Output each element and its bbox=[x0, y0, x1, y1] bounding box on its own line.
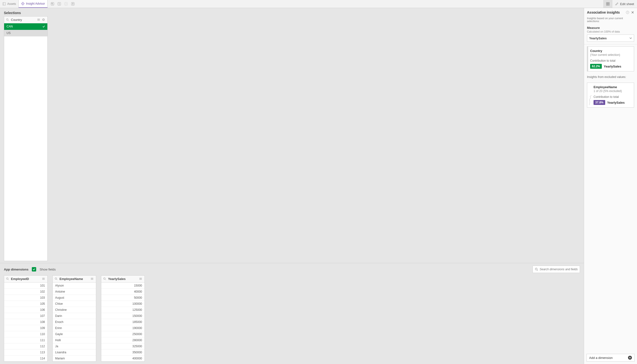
field-value[interactable]: 150000 bbox=[101, 313, 144, 319]
dimension-search-input[interactable] bbox=[540, 268, 578, 271]
svg-line-34 bbox=[105, 279, 106, 280]
field-value[interactable]: 108 bbox=[4, 319, 47, 325]
field-value[interactable]: 102 bbox=[4, 288, 47, 294]
field-value[interactable]: Darin bbox=[53, 313, 96, 319]
clear-selections-icon[interactable] bbox=[70, 2, 75, 6]
field-value[interactable]: 111 bbox=[4, 337, 47, 343]
list-icon[interactable] bbox=[90, 277, 94, 281]
field-value-list: 101102103105106107108109110111112113114 bbox=[4, 282, 47, 361]
field-value[interactable]: 100000 bbox=[101, 300, 144, 307]
toolbar: Assets Insight Advisor bbox=[0, 0, 637, 8]
field-value[interactable]: Lisandra bbox=[53, 349, 96, 355]
field-value[interactable]: 107 bbox=[4, 313, 47, 319]
field-value[interactable]: 114 bbox=[4, 355, 47, 361]
filter-value[interactable]: US bbox=[4, 30, 47, 36]
step-forward-icon[interactable] bbox=[64, 2, 68, 6]
field-value[interactable]: 350000 bbox=[101, 349, 144, 355]
pencil-icon bbox=[615, 2, 618, 6]
svg-rect-3 bbox=[51, 2, 54, 5]
show-fields-checkbox[interactable] bbox=[32, 267, 36, 272]
associative-insights-panel: Associative insights ? Insights based on… bbox=[584, 8, 637, 364]
close-icon[interactable] bbox=[631, 11, 634, 14]
show-fields-label: Show fields bbox=[40, 268, 56, 271]
svg-point-33 bbox=[104, 278, 106, 279]
field-value[interactable]: 105 bbox=[4, 300, 47, 307]
svg-rect-0 bbox=[3, 3, 6, 5]
insights-subtitle: Insights based on your current selection… bbox=[584, 17, 637, 25]
field-value[interactable]: 15000 bbox=[101, 282, 144, 288]
measure-select[interactable]: YearlySales bbox=[587, 34, 634, 42]
svg-point-21 bbox=[535, 268, 537, 270]
field-value[interactable]: 112 bbox=[4, 343, 47, 349]
search-icon[interactable] bbox=[103, 277, 106, 281]
field-value[interactable]: 110 bbox=[4, 331, 47, 337]
field-value[interactable]: 185000 bbox=[101, 319, 144, 325]
grid-button[interactable] bbox=[604, 0, 612, 8]
insight-card-selection[interactable]: Country (Your current selection) Contrib… bbox=[587, 46, 634, 72]
contrib-label: Contribution to total bbox=[594, 95, 631, 98]
field-value-list: AlysonAntoineAugustChloeChristineDarinEn… bbox=[53, 282, 96, 361]
search-icon[interactable] bbox=[6, 18, 10, 22]
field-value[interactable]: 190000 bbox=[101, 325, 144, 331]
field-value[interactable]: Enoch bbox=[53, 319, 96, 325]
field-value[interactable]: 40000 bbox=[101, 288, 144, 294]
assets-label: Assets bbox=[7, 2, 16, 6]
field-value[interactable]: Chloe bbox=[53, 300, 96, 307]
field-value[interactable]: Antoine bbox=[53, 288, 96, 294]
add-dimension-button[interactable]: Add a dimension bbox=[586, 354, 634, 362]
field-value[interactable]: Ja bbox=[53, 343, 96, 349]
field-value[interactable]: Erinn bbox=[53, 325, 96, 331]
assets-tab[interactable]: Assets bbox=[0, 0, 18, 8]
measure-value: YearlySales bbox=[589, 36, 607, 40]
field-value[interactable]: Alyson bbox=[53, 282, 96, 288]
grid-icon bbox=[606, 2, 610, 6]
field-value[interactable]: 113 bbox=[4, 349, 47, 355]
svg-rect-11 bbox=[606, 2, 608, 4]
field-value[interactable]: 106 bbox=[4, 307, 47, 313]
contrib-pct: 62.2% bbox=[590, 64, 602, 69]
field-value[interactable]: 103 bbox=[4, 294, 47, 300]
search-icon[interactable] bbox=[6, 277, 10, 281]
field-value[interactable]: 325000 bbox=[101, 343, 144, 349]
list-icon[interactable] bbox=[42, 277, 46, 281]
step-back-icon[interactable] bbox=[57, 2, 62, 6]
svg-line-16 bbox=[8, 20, 9, 21]
clear-filter-icon[interactable] bbox=[42, 18, 46, 22]
contrib-pct: 37.8% bbox=[594, 100, 605, 105]
field-value[interactable]: Gayle bbox=[53, 331, 96, 337]
card-title: EmployeeName bbox=[594, 85, 631, 89]
smart-search-icon[interactable] bbox=[50, 2, 55, 6]
help-icon[interactable]: ? bbox=[626, 11, 629, 14]
filter-value[interactable]: CAN bbox=[4, 23, 47, 30]
field-value[interactable]: 280000 bbox=[101, 337, 144, 343]
field-value[interactable]: Mariam bbox=[53, 355, 96, 361]
field-value-list: 1500040000500001000001250001500001850001… bbox=[101, 282, 144, 361]
dimension-search[interactable] bbox=[532, 266, 580, 273]
svg-line-5 bbox=[53, 4, 53, 4]
svg-line-24 bbox=[8, 279, 9, 280]
measure-label: Measure bbox=[587, 26, 634, 30]
insight-advisor-label: Insight Advisor bbox=[26, 2, 45, 5]
dimbar-title: App dimensions bbox=[4, 268, 28, 271]
field-value[interactable]: 109 bbox=[4, 325, 47, 331]
field-value[interactable]: 125000 bbox=[101, 307, 144, 313]
edit-sheet-button[interactable]: Edit sheet bbox=[612, 0, 637, 8]
list-icon[interactable] bbox=[37, 18, 40, 22]
dimensions-bar: App dimensions Show fields bbox=[0, 263, 584, 275]
selections-title: Selections bbox=[0, 8, 584, 16]
insight-advisor-tab[interactable]: Insight Advisor bbox=[18, 0, 48, 8]
svg-rect-12 bbox=[608, 2, 609, 4]
field-value[interactable]: August bbox=[53, 294, 96, 300]
insight-card-excluded[interactable]: EmployeeName 1 of 20 (5% excluded) Contr… bbox=[587, 82, 634, 108]
svg-line-29 bbox=[56, 279, 57, 280]
contrib-measure: YearlySales bbox=[604, 64, 621, 68]
field-value[interactable]: Christine bbox=[53, 307, 96, 313]
field-value[interactable]: Holli bbox=[53, 337, 96, 343]
field-value[interactable]: 250000 bbox=[101, 331, 144, 337]
field-value[interactable]: 101 bbox=[4, 282, 47, 288]
field-value[interactable]: 400000 bbox=[101, 355, 144, 361]
search-icon[interactable] bbox=[55, 277, 58, 281]
list-icon[interactable] bbox=[139, 277, 142, 281]
svg-point-23 bbox=[6, 278, 8, 279]
field-value[interactable]: 50000 bbox=[101, 294, 144, 300]
